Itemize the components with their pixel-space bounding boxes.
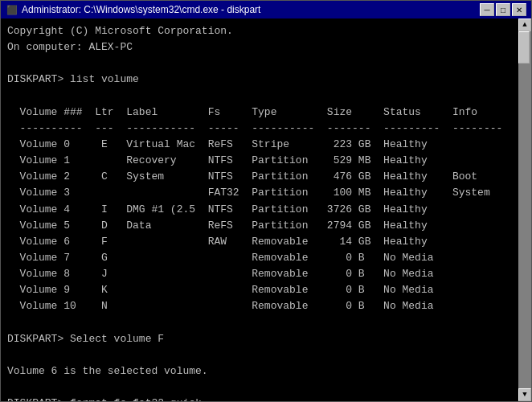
minimize-button[interactable]: ─ <box>480 3 494 16</box>
window-title: Administrator: C:\Windows\system32\cmd.e… <box>22 4 480 15</box>
scroll-thumb[interactable] <box>518 31 530 64</box>
console-output: Copyright (C) Microsoft Corporation. On … <box>1 18 518 401</box>
scroll-down-arrow[interactable]: ▼ <box>518 388 531 401</box>
scroll-up-arrow[interactable]: ▲ <box>518 18 531 31</box>
cmd-window: ⬛ Administrator: C:\Windows\system32\cmd… <box>0 0 532 402</box>
maximize-button[interactable]: □ <box>496 3 510 16</box>
vertical-scrollbar[interactable]: ▲ ▼ <box>518 18 531 401</box>
titlebar: ⬛ Administrator: C:\Windows\system32\cmd… <box>1 1 531 18</box>
close-button[interactable]: ✕ <box>512 3 526 16</box>
window-icon: ⬛ <box>6 3 18 16</box>
titlebar-buttons: ─ □ ✕ <box>480 3 526 16</box>
scroll-track[interactable] <box>518 31 531 388</box>
